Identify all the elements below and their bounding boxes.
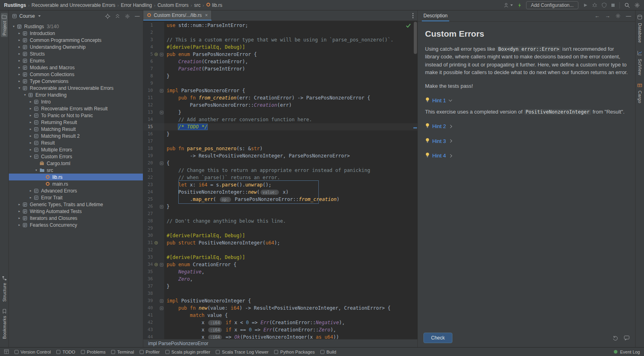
tree-row[interactable]: ▸Matching Result 2: [9, 132, 143, 139]
reset-icon[interactable]: [613, 335, 618, 341]
tree-row[interactable]: ▸Enums: [9, 57, 143, 64]
chevron-down-icon[interactable]: [38, 15, 41, 17]
tree-row[interactable]: ▸Recoverable Errors with Result: [9, 105, 143, 112]
tree-row[interactable]: main.rs: [9, 180, 143, 187]
tree-row[interactable]: ▸Intro: [9, 98, 143, 105]
code-line[interactable]: 17: [143, 138, 417, 145]
tree-row[interactable]: ▸Advanced Errors: [9, 187, 143, 194]
tree-chevron-icon[interactable]: ▸: [17, 38, 22, 42]
code-line[interactable]: 14 // Add another error conversion funct…: [143, 116, 417, 123]
editor-tab-libs[interactable]: Custom Errors/.../lib.rs ×: [143, 10, 212, 21]
gear-icon[interactable]: [125, 14, 130, 19]
tab-description[interactable]: Description: [422, 10, 449, 21]
tree-chevron-icon[interactable]: ▸: [17, 31, 22, 35]
tree-chevron-icon[interactable]: ▸: [28, 100, 33, 103]
fold-minus-icon[interactable]: -: [160, 89, 163, 93]
tree-chevron-icon[interactable]: ▸: [17, 45, 22, 49]
fold-minus-icon[interactable]: -: [160, 263, 163, 267]
search-everywhere-icon[interactable]: [624, 2, 630, 8]
tree-row[interactable]: ▾src: [9, 167, 143, 174]
tool-button-structure[interactable]: Structure: [1, 274, 8, 303]
inspections-ok-icon[interactable]: [406, 23, 411, 30]
tree-chevron-icon[interactable]: ▸: [28, 120, 33, 124]
code-line[interactable]: 43 x :i64 if x == 0 => Err(CreationError…: [143, 326, 417, 333]
code-line[interactable]: 37}: [143, 283, 417, 290]
tool-button-project[interactable]: Project: [1, 13, 8, 37]
fold-minus-icon[interactable]: -: [160, 111, 163, 114]
tree-row[interactable]: ▸Writing Automated Tests: [9, 208, 143, 215]
tree-chevron-icon[interactable]: ▸: [17, 216, 22, 220]
code-line[interactable]: 11 pub fn from_creation(err: CreationErr…: [143, 94, 417, 101]
fold-region[interactable]: -: [159, 306, 164, 310]
fold-region[interactable]: -: [159, 263, 164, 267]
code-line[interactable]: 38: [143, 290, 417, 297]
hide-panel-icon[interactable]: —: [626, 13, 631, 19]
code-line[interactable]: 7 ParseInt(ParseIntError): [143, 65, 417, 72]
code-line[interactable]: 34-pub enum CreationError {: [143, 261, 417, 268]
hint-toggle-3[interactable]: Hint 3: [425, 137, 628, 145]
fold-minus-icon[interactable]: -: [160, 299, 163, 303]
code-line[interactable]: 6 Creation(CreationError),: [143, 58, 417, 65]
tree-chevron-icon[interactable]: ▸: [17, 66, 22, 69]
code-line[interactable]: 15 /* TODO */: [143, 123, 417, 130]
tree-chevron-icon[interactable]: ▸: [28, 196, 33, 199]
code-line[interactable]: 32: [143, 246, 417, 254]
back-arrow-icon[interactable]: ←: [594, 13, 600, 19]
forward-arrow-icon[interactable]: →: [605, 13, 610, 19]
code-line[interactable]: 31pub struct PositiveNonzeroInteger(u64)…: [143, 239, 417, 246]
user-profile-icon[interactable]: [504, 2, 513, 8]
tree-chevron-icon[interactable]: ▸: [28, 134, 33, 138]
add-configuration-button[interactable]: Add Configuration...: [526, 1, 578, 9]
coverage-button[interactable]: [602, 2, 607, 8]
code-with-me-icon[interactable]: [517, 2, 522, 8]
breadcrumb-item[interactable]: Error Handling: [121, 2, 152, 8]
tree-row[interactable]: ▸Result: [9, 139, 143, 146]
code-line[interactable]: 40- pub fn new(value: i64) -> Result<Pos…: [143, 304, 417, 312]
tree-chevron-icon[interactable]: ▸: [17, 209, 22, 213]
fold-minus-icon[interactable]: -: [160, 53, 163, 56]
tree-row[interactable]: ▸Matching Result: [9, 126, 143, 132]
fold-region[interactable]: -: [159, 53, 164, 56]
tree-row[interactable]: ▸Common Programming Concepts: [9, 37, 143, 43]
tree-chevron-icon[interactable]: ▸: [17, 203, 22, 206]
tree-row[interactable]: ▸Iterators and Closures: [9, 215, 143, 221]
code-line[interactable]: 33#[derive(PartialEq, Debug)]: [143, 254, 417, 261]
tree-row[interactable]: ▾Custom Errors: [9, 153, 143, 160]
code-line[interactable]: 16}: [143, 130, 417, 138]
tree-row[interactable]: ▸Returning Result: [9, 119, 143, 126]
statusbar-item-build[interactable]: Build: [320, 350, 336, 354]
tool-button-database[interactable]: Database: [636, 13, 643, 45]
tree-row[interactable]: ▾Error Handling: [9, 91, 143, 98]
tree-row[interactable]: ▸Error Trait: [9, 194, 143, 201]
code-line[interactable]: 25 .map_err( op: ParsePosNonzeroError::f…: [143, 196, 417, 203]
code-line[interactable]: 19 -> Result<PositiveNonzeroInteger, Par…: [143, 152, 417, 159]
hint-toggle-4[interactable]: Hint 4: [425, 152, 628, 160]
tree-row[interactable]: ▸Multiple Errors: [9, 146, 143, 153]
breadcrumb-item[interactable]: Custom Errors: [157, 2, 188, 8]
fold-region[interactable]: -: [159, 89, 164, 93]
statusbar-item-scala-trace-log-viewer[interactable]: Scala Trace Log Viewer: [216, 350, 268, 354]
event-log-button[interactable]: Event Log: [614, 350, 640, 354]
gear-icon[interactable]: [615, 13, 621, 19]
hint-toggle-1[interactable]: Hint 1: [425, 97, 628, 105]
tree-row[interactable]: ▸Introduction: [9, 30, 143, 37]
tree-row[interactable]: ▸Fearless Concurrency: [9, 221, 143, 228]
tree-row[interactable]: ▸Modules and Macros: [9, 64, 143, 71]
scrollbar-thumb[interactable]: [414, 22, 417, 54]
tree-row[interactable]: ▸Type Conversions: [9, 78, 143, 85]
breadcrumb-item[interactable]: Rustlings: [4, 2, 26, 8]
fold-minus-icon[interactable]: -: [160, 306, 163, 310]
statusbar-item-problems[interactable]: Problems: [81, 350, 105, 354]
code-line[interactable]: 24 PositiveNonzeroInteger::new(value: x): [143, 188, 417, 196]
tree-row[interactable]: ▾Recoverable and Unrecoverable Errors: [9, 85, 143, 91]
tool-window-switcher-icon[interactable]: [4, 349, 9, 355]
tree-chevron-icon[interactable]: ▸: [28, 107, 33, 110]
tool-button-bookmarks[interactable]: Bookmarks: [1, 307, 8, 341]
code-line[interactable]: 27: [143, 210, 417, 217]
tree-row[interactable]: ▾Rustlings3/140: [9, 23, 143, 30]
fold-minus-icon[interactable]: -: [160, 205, 163, 209]
settings-gear-icon[interactable]: [634, 2, 640, 8]
code-line[interactable]: 30#[derive(PartialEq, Debug)]: [143, 232, 417, 239]
tree-chevron-icon[interactable]: ▸: [28, 189, 33, 192]
tree-chevron-icon[interactable]: ▸: [28, 114, 33, 117]
